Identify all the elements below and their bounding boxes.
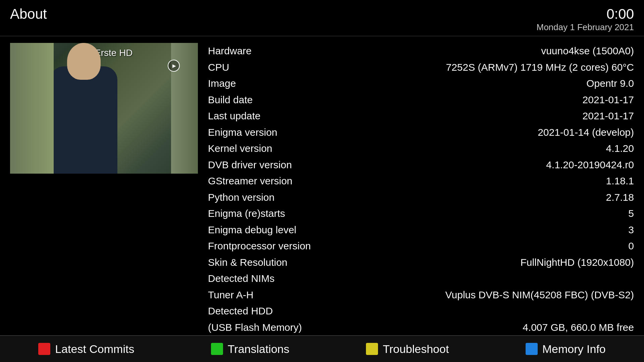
translations-label: Translations [228, 343, 289, 356]
python-version-value: 2.7.18 [606, 191, 634, 204]
info-panel: Hardware vuuno4kse (1500A0) CPU 7252S (A… [208, 43, 634, 346]
image-value: Opentr 9.0 [586, 77, 634, 90]
skin-row: Skin & Resolution FullNightHD (644x362… [208, 254, 634, 271]
build-date-value: 2021-01-17 [583, 93, 634, 107]
detected-nims-label: Detected NIMs [208, 272, 309, 286]
header-date: Monday 1 February 2021 [536, 22, 634, 33]
python-version-row: Python version 2.7.18 [208, 189, 634, 206]
image-label: Image [208, 77, 309, 90]
enigma-version-row: Enigma version 2021-01-14 (develop) [208, 124, 634, 141]
enigma-version-value: 2021-01-14 (develop) [538, 126, 634, 139]
memory-info-color-dot [526, 343, 538, 355]
kernel-version-label: Kernel version [208, 142, 309, 156]
cpu-row: CPU 7252S (ARMv7) 1719 MHz (2 cores) 60°… [208, 59, 634, 76]
last-update-value: 2021-01-17 [583, 109, 634, 123]
main-content: Das Erste HD Hardware vuuno4kse (1500A0)… [0, 36, 644, 346]
latest-commits-color-dot [38, 343, 50, 355]
translations-color-dot [211, 343, 223, 355]
usb-row: (USB Flash Memory) 4.007 GB, 660.0 MB fr… [208, 319, 634, 336]
last-update-label: Last update [208, 109, 309, 123]
enigma-debug-label: Enigma debug level [208, 223, 309, 237]
header-right: 0:00 Monday 1 February 2021 [536, 6, 634, 33]
dvb-driver-value: 4.1.20-20190424.r0 [546, 158, 634, 172]
memory-info-label: Memory Info [542, 343, 606, 356]
dvb-driver-row: DVB driver version 4.1.20-20190424.r0 [208, 157, 634, 173]
troubleshoot-button[interactable]: Troubleshoot [366, 343, 449, 356]
memory-info-button[interactable]: Memory Info [526, 343, 606, 356]
detected-nims-row: Detected NIMs [208, 270, 634, 287]
enigma-restarts-value: 5 [628, 207, 634, 221]
frontprocessor-label: Frontprocessor version [208, 239, 311, 253]
play-icon [168, 60, 181, 73]
translations-button[interactable]: Translations [211, 343, 289, 356]
cpu-label: CPU [208, 61, 309, 74]
tuner-label: Tuner A-H [208, 288, 309, 302]
hardware-row: Hardware vuuno4kse (1500A0) [208, 43, 634, 59]
image-row: Image Opentr 9.0 [208, 75, 634, 92]
page-title: About [10, 6, 47, 22]
skin-label: Skin & Resolution [208, 256, 309, 269]
enigma-restarts-row: Enigma (re)starts 5 [208, 205, 634, 222]
latest-commits-label: Latest Commits [55, 343, 134, 356]
enigma-version-label: Enigma version [208, 126, 309, 139]
enigma-debug-row: Enigma debug level 3 [208, 222, 634, 238]
gstreamer-value: 1.18.1 [606, 174, 634, 188]
frontprocessor-row: Frontprocessor version 0 [208, 238, 634, 254]
enigma-debug-value: 3 [628, 223, 634, 237]
gstreamer-row: GStreamer version 1.18.1 [208, 173, 634, 189]
cpu-value: 7252S (ARMv7) 1719 MHz (2 cores) 60°C [446, 61, 634, 74]
kernel-version-value: 4.1.20 [606, 142, 634, 156]
channel-name: Das Erste HD [75, 48, 132, 58]
troubleshoot-label: Troubleshoot [383, 343, 449, 356]
dvb-driver-label: DVB driver version [208, 158, 309, 172]
frontprocessor-value: 0 [628, 239, 634, 253]
usb-label: (USB Flash Memory) [208, 321, 309, 335]
enigma-restarts-label: Enigma (re)starts [208, 207, 309, 221]
header: About 0:00 Monday 1 February 2021 [0, 0, 644, 36]
kernel-version-row: Kernel version 4.1.20 [208, 140, 634, 157]
tuner-row: Tuner A-H Vuplus DVB-S NIM(45208 FBC) (D… [208, 287, 634, 303]
bottom-bar: Latest Commits Translations Troubleshoot… [0, 335, 644, 362]
video-preview: Das Erste HD [10, 43, 198, 174]
last-update-row: Last update 2021-01-17 [208, 108, 634, 124]
build-date-row: Build date 2021-01-17 [208, 92, 634, 108]
troubleshoot-color-dot [366, 343, 378, 355]
python-version-label: Python version [208, 191, 309, 204]
tuner-value: Vuplus DVB-S NIM(45208 FBC) (DVB-S2) [445, 288, 634, 302]
hardware-value: vuuno4kse (1500A0) [541, 44, 634, 58]
header-time: 0:00 [536, 6, 634, 22]
door-left [10, 43, 54, 174]
build-date-label: Build date [208, 93, 309, 107]
latest-commits-button[interactable]: Latest Commits [38, 343, 134, 356]
video-thumbnail: Das Erste HD [10, 43, 198, 174]
detected-hdd-label: Detected HDD [208, 304, 309, 318]
detected-hdd-row: Detected HDD [208, 303, 634, 319]
gstreamer-label: GStreamer version [208, 174, 309, 188]
skin-value: FullNightHD (644x362) [521, 256, 634, 269]
play-circle-icon [168, 60, 180, 72]
hardware-label: Hardware [208, 44, 309, 58]
usb-value: 4.007 GB, 660.0 MB free [523, 321, 634, 335]
